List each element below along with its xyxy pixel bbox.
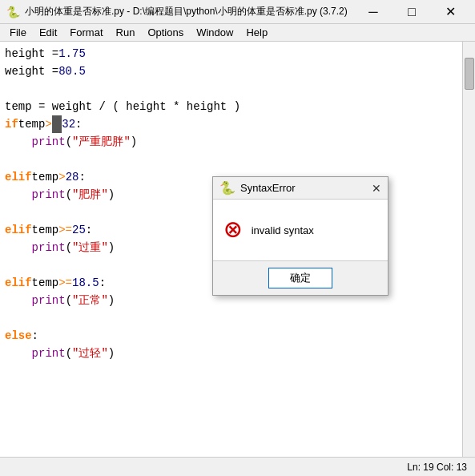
- maximize-button[interactable]: □: [393, 0, 430, 24]
- code-line: if temp > █ 32:: [5, 115, 457, 133]
- window-controls: ─ □ ✕: [355, 0, 469, 24]
- statusbar: Ln: 19 Col: 13: [0, 457, 475, 476]
- cursor-position: Ln: 19 Col: 13: [407, 462, 467, 473]
- scrollbar-thumb[interactable]: [465, 58, 474, 90]
- ok-button[interactable]: 确定: [268, 268, 332, 288]
- dialog-close-button[interactable]: ✕: [372, 182, 381, 195]
- menu-edit[interactable]: Edit: [33, 25, 63, 40]
- menubar: File Edit Format Run Options Window Help: [0, 24, 475, 42]
- code-line: height = 1.75: [5, 45, 457, 63]
- app-icon: 🐍: [6, 6, 20, 18]
- vertical-scrollbar[interactable]: [462, 42, 475, 457]
- code-line: [5, 151, 457, 168]
- dialog-body: ⊗ invalid syntax: [213, 200, 388, 260]
- menu-run[interactable]: Run: [110, 25, 142, 40]
- menu-options[interactable]: Options: [141, 25, 190, 40]
- menu-format[interactable]: Format: [63, 25, 109, 40]
- syntax-error-dialog: 🐍 SyntaxError ✕ ⊗ invalid syntax 确定: [212, 176, 388, 296]
- dialog-titlebar: 🐍 SyntaxError ✕: [213, 177, 388, 200]
- code-line: print("严重肥胖"): [5, 133, 457, 151]
- close-button[interactable]: ✕: [432, 0, 469, 24]
- code-line: [5, 309, 457, 327]
- titlebar: 🐍 小明的体重是否标准.py - D:\编程题目\python\小明的体重是否标…: [0, 0, 475, 24]
- error-icon: ⊗: [224, 212, 242, 248]
- dialog-python-icon: 🐍: [219, 180, 235, 196]
- dialog-title: SyntaxError: [240, 182, 372, 194]
- code-line: weight = 80.5: [5, 63, 457, 80]
- window-title: 小明的体重是否标准.py - D:\编程题目\python\小明的体重是否标准.…: [25, 5, 355, 18]
- code-line: [5, 80, 457, 98]
- menu-window[interactable]: Window: [190, 25, 240, 40]
- menu-help[interactable]: Help: [240, 25, 274, 40]
- code-line: temp = weight / ( height * height ): [5, 98, 457, 115]
- error-message: invalid syntax: [252, 224, 314, 236]
- code-line: print("过轻"): [5, 345, 457, 362]
- minimize-button[interactable]: ─: [355, 0, 392, 24]
- code-line: else:: [5, 327, 457, 345]
- dialog-footer: 确定: [213, 260, 388, 295]
- menu-file[interactable]: File: [3, 25, 33, 40]
